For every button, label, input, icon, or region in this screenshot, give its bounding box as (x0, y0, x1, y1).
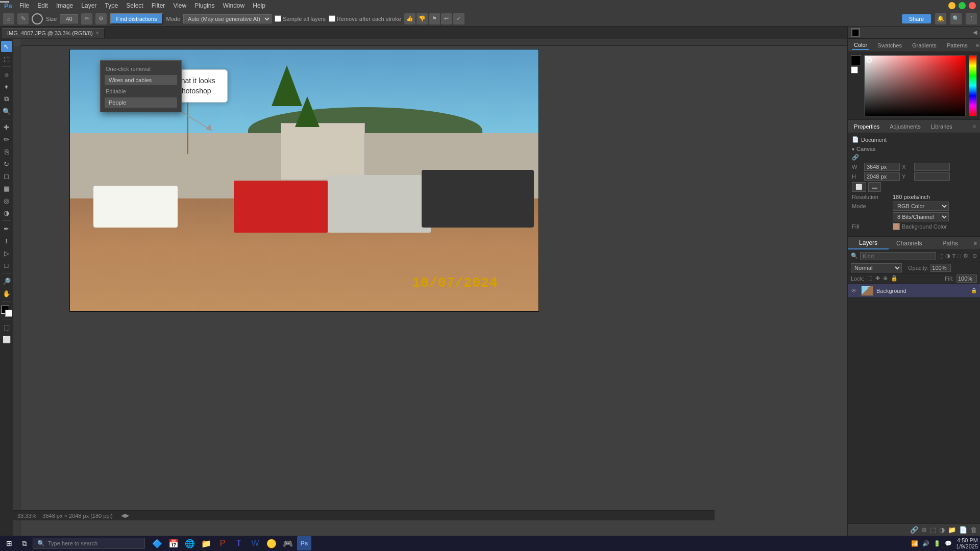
color-panel-menu[interactable]: ≡ (976, 42, 979, 48)
healing-tool[interactable]: ✚ (1, 121, 12, 133)
notification-icon[interactable]: 🔔 (935, 13, 946, 24)
move-tool[interactable]: ↖ (1, 41, 12, 52)
taskbar-edge[interactable]: 🌐 (183, 536, 197, 550)
bits-select[interactable]: 8 Bits/Channel (893, 212, 949, 221)
thumb-down-icon[interactable]: 👎 (416, 13, 428, 24)
tab-close[interactable]: × (96, 30, 99, 36)
home-tool-icon[interactable]: ⌂ (3, 13, 14, 24)
screen-mode-tool[interactable]: ⬜ (1, 334, 12, 345)
gear-tool-icon[interactable]: ⚙ (95, 13, 107, 24)
blend-mode-select[interactable]: Normal (851, 263, 902, 272)
lasso-tool[interactable]: ⌾ (1, 69, 12, 80)
dodge-tool[interactable]: ◑ (1, 207, 12, 218)
taskbar-word[interactable]: W (248, 536, 262, 550)
menu-file[interactable]: File (15, 1, 33, 10)
menu-image[interactable]: Image (52, 1, 77, 10)
notification-tray-icon[interactable]: 💬 (945, 540, 952, 547)
taskbar-explorer[interactable]: 📁 (199, 536, 213, 550)
canvas-area[interactable]: for(let i=0;i<2000;i+=50){document.curre… (13, 39, 847, 536)
menu-edit[interactable]: Edit (33, 1, 52, 10)
menu-filter[interactable]: Filter (148, 1, 169, 10)
eyedropper-tool[interactable]: 🔍 (1, 106, 12, 117)
wires-cables-button[interactable]: Wires and cables (105, 75, 177, 85)
check-icon[interactable]: ✓ (453, 13, 464, 24)
new-group-btn[interactable]: 📁 (948, 526, 956, 534)
lock-artboard-icon[interactable]: ⊕ (883, 275, 888, 282)
taskbar-search-box[interactable]: 🔍 Type here to search (33, 538, 145, 549)
tab-layers[interactable]: Layers (848, 237, 889, 249)
zoom-tool[interactable]: 🔎 (1, 276, 12, 287)
close-button[interactable] (969, 2, 976, 9)
battery-icon[interactable]: 🔋 (934, 540, 941, 547)
tab-color[interactable]: Color (852, 41, 869, 50)
panel-collapse-icon[interactable]: ◀ (973, 29, 977, 36)
sample-all-checkbox[interactable] (275, 15, 281, 22)
status-arrows[interactable]: ◀▶ (121, 512, 129, 519)
layer-filter-shape[interactable]: □ (958, 253, 961, 259)
taskbar-gaming[interactable]: 🎮 (281, 536, 295, 550)
new-adjustment-btn[interactable]: ◑ (939, 526, 945, 534)
clone-tool[interactable]: ⎘ (1, 146, 12, 157)
gradient-tool[interactable]: ▦ (1, 183, 12, 194)
tab-properties[interactable]: Properties (852, 122, 881, 131)
select-tool[interactable]: ⬚ (1, 53, 12, 64)
volume-icon[interactable]: 🔊 (922, 540, 929, 547)
delete-layer-btn[interactable]: 🗑 (970, 526, 977, 534)
taskbar-teams[interactable]: T (232, 536, 246, 550)
color-picker-small-icon[interactable] (851, 28, 860, 37)
quick-mask-tool[interactable]: ⬚ (1, 321, 12, 333)
circle-tool-icon[interactable] (32, 13, 43, 24)
menu-view[interactable]: View (169, 1, 190, 10)
hand-tool[interactable]: ✋ (1, 288, 12, 299)
fill-input[interactable] (957, 274, 977, 283)
pen-tool[interactable]: ✒ (1, 223, 12, 234)
thumb-up-icon[interactable]: 👍 (404, 13, 415, 24)
crop-tool[interactable]: ⧉ (1, 93, 12, 105)
layer-filter-adjust[interactable]: ◑ (945, 253, 950, 259)
lock-position-icon[interactable]: ✚ (875, 275, 880, 282)
link-layers-btn[interactable]: 🔗 (910, 526, 918, 534)
share-button[interactable]: Share (902, 14, 931, 23)
background-color-swatch[interactable] (851, 66, 858, 73)
menu-plugins[interactable]: Plugins (190, 1, 218, 10)
history-brush-tool[interactable]: ↻ (1, 158, 12, 169)
find-distractions-button[interactable]: Find distractions (110, 13, 163, 24)
layer-filter-type[interactable]: T (952, 253, 956, 259)
layer-background[interactable]: 👁 Background 🔒 (848, 284, 980, 298)
maximize-button[interactable] (959, 2, 966, 9)
link-icon[interactable]: 🔗 (852, 154, 859, 161)
tab-libraries[interactable]: Libraries (929, 122, 954, 131)
menu-window[interactable]: Window (219, 1, 249, 10)
search-top-icon[interactable]: 🔍 (950, 13, 962, 24)
tab-adjustments[interactable]: Adjustments (888, 122, 923, 131)
brush-tool-icon[interactable]: ✎ (17, 13, 29, 24)
pen-tool-icon[interactable]: ✏ (81, 13, 92, 24)
y-input[interactable] (914, 172, 950, 181)
taskbar-calendar[interactable]: 📅 (166, 536, 181, 550)
width-input[interactable] (864, 163, 900, 171)
new-layer-btn[interactable]: 📄 (959, 526, 967, 534)
tab-paths[interactable]: Paths (929, 238, 970, 249)
brush-tool[interactable]: ✏ (1, 134, 12, 145)
blur-tool[interactable]: ◎ (1, 195, 12, 206)
time-display[interactable]: 4:50 PM 1/9/2025 (956, 537, 978, 549)
document-tab[interactable]: IMG_4007.JPG @ 33.3% (RGB/8) × (2, 28, 105, 38)
layer-eye-icon[interactable]: 👁 (851, 287, 858, 294)
portrait-button[interactable]: ⬜ (852, 182, 866, 192)
tab-swatches[interactable]: Swatches (875, 41, 904, 49)
hue-slider[interactable] (969, 55, 977, 116)
taskbar-powerpoint[interactable]: P (215, 536, 230, 550)
shape-tool[interactable]: □ (1, 260, 12, 271)
size-input[interactable] (60, 14, 78, 23)
network-icon[interactable]: 📶 (911, 540, 918, 547)
layer-filter-smart[interactable]: ⚙ (963, 253, 968, 259)
props-panel-menu[interactable]: ≡ (973, 123, 976, 130)
menu-type[interactable]: Type (101, 1, 122, 10)
text-tool[interactable]: T (1, 235, 12, 246)
layer-filter-toggle[interactable]: ⊙ (972, 253, 977, 259)
people-button[interactable]: People (105, 97, 177, 108)
tab-gradients[interactable]: Gradients (910, 41, 939, 49)
layer-search-input[interactable] (860, 252, 936, 260)
add-style-btn[interactable]: ⊕ (921, 526, 927, 534)
mode-select-props[interactable]: RGB Color (893, 202, 949, 211)
